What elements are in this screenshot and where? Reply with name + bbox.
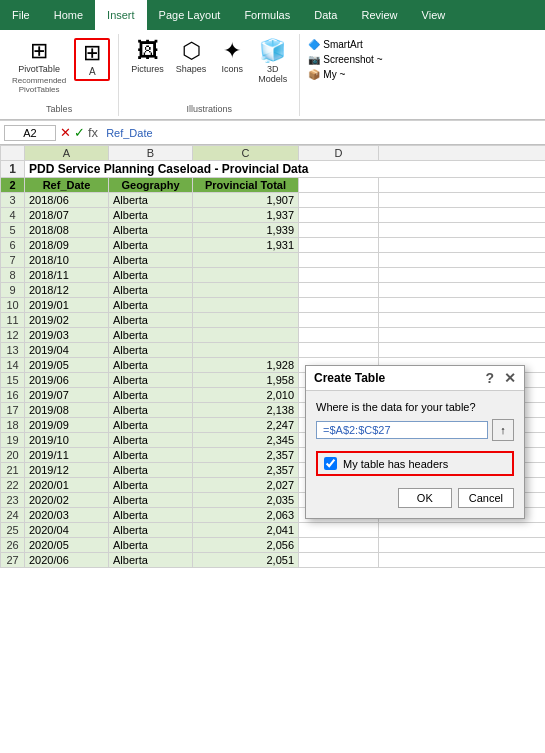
cell-c20[interactable]: 2,357 [193,448,299,463]
cell-b6[interactable]: Alberta [109,238,193,253]
tab-formulas[interactable]: Formulas [232,0,302,30]
col-header-e[interactable] [379,146,546,161]
cell-c15[interactable]: 1,958 [193,373,299,388]
col-header-d[interactable]: D [299,146,379,161]
shapes-button[interactable]: ⬡ Shapes [172,38,211,76]
cell-b24[interactable]: Alberta [109,508,193,523]
cell-b4[interactable]: Alberta [109,208,193,223]
pictures-button[interactable]: 🖼 Pictures [127,38,168,76]
cell-c18[interactable]: 2,247 [193,418,299,433]
cell-a13[interactable]: 2019/04 [25,343,109,358]
cell-c25[interactable]: 2,041 [193,523,299,538]
tab-view[interactable]: View [410,0,458,30]
tab-page-layout[interactable]: Page Layout [147,0,233,30]
cell-b12[interactable]: Alberta [109,328,193,343]
cell-b25[interactable]: Alberta [109,523,193,538]
confirm-formula-icon[interactable]: ✓ [74,125,85,140]
cell-b19[interactable]: Alberta [109,433,193,448]
spreadsheet-title[interactable]: PDD Service Planning Caseload - Provinci… [25,161,546,178]
dialog-range-picker-button[interactable]: ↑ [492,419,514,441]
cell-a9[interactable]: 2018/12 [25,283,109,298]
cell-b27[interactable]: Alberta [109,553,193,568]
cell-b11[interactable]: Alberta [109,313,193,328]
cell-b26[interactable]: Alberta [109,538,193,553]
cell-b8[interactable]: Alberta [109,268,193,283]
cell-a16[interactable]: 2019/07 [25,388,109,403]
header-provincial-total[interactable]: Provincial Total [193,178,299,193]
my-table-has-headers-checkbox[interactable] [324,457,337,470]
cancel-formula-icon[interactable]: ✕ [60,125,71,140]
cell-c13[interactable] [193,343,299,358]
dialog-help-button[interactable]: ? [485,370,494,386]
cell-c9[interactable] [193,283,299,298]
cell-a15[interactable]: 2019/06 [25,373,109,388]
cell-a14[interactable]: 2019/05 [25,358,109,373]
cell-b9[interactable]: Alberta [109,283,193,298]
col-header-c[interactable]: C [193,146,299,161]
cell-a21[interactable]: 2019/12 [25,463,109,478]
cell-b15[interactable]: Alberta [109,373,193,388]
cell-b18[interactable]: Alberta [109,418,193,433]
cell-c22[interactable]: 2,027 [193,478,299,493]
cell-b22[interactable]: Alberta [109,478,193,493]
cell-b14[interactable]: Alberta [109,358,193,373]
cell-a18[interactable]: 2019/09 [25,418,109,433]
cell-a5[interactable]: 2018/08 [25,223,109,238]
cell-b7[interactable]: Alberta [109,253,193,268]
my-button[interactable]: 📦 My ~ [308,68,345,81]
cell-a10[interactable]: 2019/01 [25,298,109,313]
cell-b17[interactable]: Alberta [109,403,193,418]
cell-a3[interactable]: 2018/06 [25,193,109,208]
cell-b3[interactable]: Alberta [109,193,193,208]
cell-c14[interactable]: 1,928 [193,358,299,373]
cell-a27[interactable]: 2020/06 [25,553,109,568]
cell-c5[interactable]: 1,939 [193,223,299,238]
cell-c17[interactable]: 2,138 [193,403,299,418]
cell-a11[interactable]: 2019/02 [25,313,109,328]
cell-a7[interactable]: 2018/10 [25,253,109,268]
header-ref-date[interactable]: Ref_Date [25,178,109,193]
cell-c27[interactable]: 2,051 [193,553,299,568]
cell-a6[interactable]: 2018/09 [25,238,109,253]
cell-a24[interactable]: 2020/03 [25,508,109,523]
cell-b10[interactable]: Alberta [109,298,193,313]
cell-c19[interactable]: 2,345 [193,433,299,448]
cell-c24[interactable]: 2,063 [193,508,299,523]
cell-b5[interactable]: Alberta [109,223,193,238]
cell-a22[interactable]: 2020/01 [25,478,109,493]
cell-b20[interactable]: Alberta [109,448,193,463]
table-button[interactable]: ⊞ A [74,38,110,81]
3d-models-button[interactable]: 🧊 3DModels [254,38,291,86]
cell-c7[interactable] [193,253,299,268]
cell-a8[interactable]: 2018/11 [25,268,109,283]
cell-a4[interactable]: 2018/07 [25,208,109,223]
formula-input[interactable] [102,127,541,139]
dialog-cancel-button[interactable]: Cancel [458,488,514,508]
cell-c8[interactable] [193,268,299,283]
tab-file[interactable]: File [0,0,42,30]
cell-c4[interactable]: 1,937 [193,208,299,223]
cell-reference-box[interactable] [4,125,56,141]
insert-function-icon[interactable]: fx [88,125,98,140]
cell-a25[interactable]: 2020/04 [25,523,109,538]
smartart-button[interactable]: 🔷 SmartArt [308,38,362,51]
cell-b23[interactable]: Alberta [109,493,193,508]
cell-a23[interactable]: 2020/02 [25,493,109,508]
cell-c3[interactable]: 1,907 [193,193,299,208]
dialog-close-button[interactable]: ✕ [504,370,516,386]
cell-c10[interactable] [193,298,299,313]
screenshot-button[interactable]: 📷 Screenshot ~ [308,53,382,66]
dialog-ok-button[interactable]: OK [398,488,452,508]
cell-a19[interactable]: 2019/10 [25,433,109,448]
tab-insert[interactable]: Insert [95,0,147,30]
cell-c23[interactable]: 2,035 [193,493,299,508]
col-header-b[interactable]: B [109,146,193,161]
cell-c6[interactable]: 1,931 [193,238,299,253]
cell-b13[interactable]: Alberta [109,343,193,358]
cell-a20[interactable]: 2019/11 [25,448,109,463]
cell-c16[interactable]: 2,010 [193,388,299,403]
tab-home[interactable]: Home [42,0,95,30]
dialog-range-input[interactable] [316,421,488,439]
cell-c21[interactable]: 2,357 [193,463,299,478]
cell-b21[interactable]: Alberta [109,463,193,478]
